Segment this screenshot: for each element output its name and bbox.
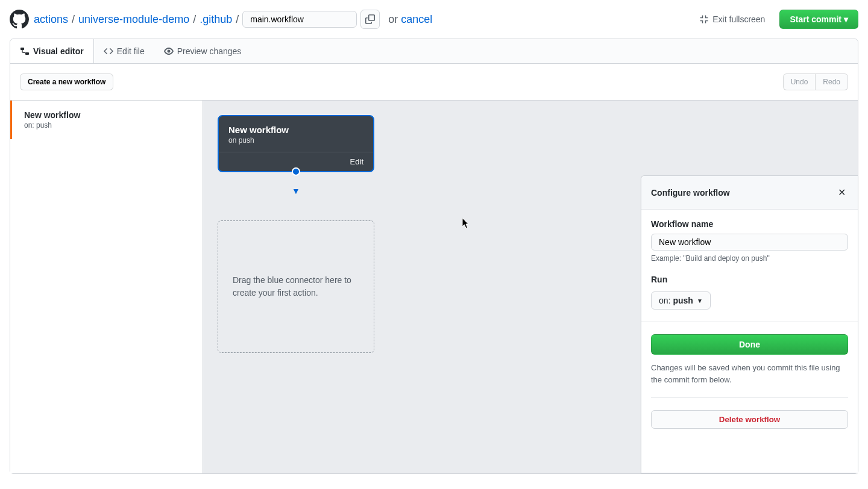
run-on-prefix: on: [659, 296, 670, 305]
exit-fullscreen-label: Exit fullscreen [712, 14, 765, 24]
done-button[interactable]: Done [651, 334, 848, 355]
sidebar-item-title: New workflow [24, 110, 190, 120]
run-label: Run [651, 275, 848, 284]
tab-visual-editor[interactable]: Visual editor [10, 39, 94, 63]
close-icon[interactable]: ✕ [835, 184, 848, 201]
run-trigger-select[interactable]: on: push ▼ [651, 291, 711, 310]
configure-workflow-panel: Configure workflow ✕ Workflow name Examp… [641, 175, 858, 473]
config-panel-header: Configure workflow ✕ [641, 176, 858, 210]
or-text: or [388, 13, 398, 25]
svg-rect-1 [25, 52, 29, 55]
breadcrumb-repo[interactable]: universe-module-demo [78, 13, 189, 26]
tab-label: Edit file [117, 46, 145, 56]
tabs: Visual editor Edit file Preview changes [10, 39, 858, 64]
create-workflow-button[interactable]: Create a new workflow [20, 73, 113, 90]
code-icon [104, 46, 113, 56]
editor-area: New workflow on: push New workflow on pu… [10, 100, 858, 473]
breadcrumb-sep: / [193, 13, 196, 26]
workflow-card-header: New workflow on push [219, 116, 373, 152]
breadcrumb: actions / universe-module-demo / .github… [34, 10, 432, 29]
undo-redo-group: Undo Redo [783, 73, 848, 90]
tab-label: Preview changes [177, 46, 242, 56]
copy-path-button[interactable] [360, 10, 380, 29]
dropzone-text: Drag the blue connector here to create y… [233, 274, 359, 299]
workflow-name-label: Workflow name [651, 219, 848, 229]
tab-edit-file[interactable]: Edit file [94, 39, 154, 63]
workflow-card[interactable]: New workflow on push Edit [218, 115, 374, 172]
undo-button[interactable]: Undo [783, 73, 816, 90]
workflow-card-sub: on push [228, 136, 363, 145]
sidebar-workflow-item[interactable]: New workflow on: push [10, 101, 203, 139]
clipboard-icon [365, 14, 375, 24]
chevron-down-icon: ▼ [697, 297, 703, 304]
cursor-icon [462, 218, 471, 229]
config-panel-title: Configure workflow [651, 188, 730, 198]
redo-button[interactable]: Redo [816, 73, 848, 90]
breadcrumb-owner[interactable]: actions [34, 13, 68, 26]
workflow-card-title: New workflow [228, 125, 363, 135]
breadcrumb-sep: / [72, 13, 75, 26]
github-logo-icon [10, 10, 29, 29]
workflow-name-hint: Example: "Build and deploy on push" [651, 254, 848, 263]
main-frame: Visual editor Edit file Preview changes … [10, 39, 858, 474]
collapse-icon [699, 14, 709, 24]
tab-preview-changes[interactable]: Preview changes [154, 39, 251, 63]
cancel-link[interactable]: cancel [401, 13, 432, 25]
delete-workflow-button[interactable]: Delete workflow [651, 410, 848, 429]
svg-rect-0 [20, 48, 24, 50]
start-commit-button[interactable]: Start commit▾ [779, 10, 858, 29]
breadcrumb-folder[interactable]: .github [200, 13, 232, 26]
divider [651, 397, 848, 398]
workflow-sidebar: New workflow on: push [10, 101, 203, 473]
breadcrumb-sep: / [236, 13, 239, 26]
action-dropzone[interactable]: Drag the blue connector here to create y… [218, 220, 374, 353]
connector-arrow-icon: ▼ [292, 186, 300, 196]
workflow-name-input[interactable] [651, 234, 848, 251]
exit-fullscreen-button[interactable]: Exit fullscreen [699, 14, 765, 24]
toolbar: Create a new workflow Undo Redo [10, 64, 858, 100]
config-panel-body: Workflow name Example: "Build and deploy… [641, 210, 858, 438]
tab-label: Visual editor [33, 46, 84, 56]
save-hint: Changes will be saved when you commit th… [651, 362, 848, 385]
run-event: push [673, 296, 693, 305]
workflow-icon [20, 46, 30, 56]
connector-dot[interactable] [292, 167, 300, 176]
or-cancel: or cancel [388, 13, 432, 26]
eye-icon [164, 46, 174, 56]
page-header: actions / universe-module-demo / .github… [0, 0, 868, 39]
sidebar-item-sub: on: push [24, 121, 190, 129]
divider [641, 322, 858, 322]
filename-input[interactable] [242, 11, 357, 28]
